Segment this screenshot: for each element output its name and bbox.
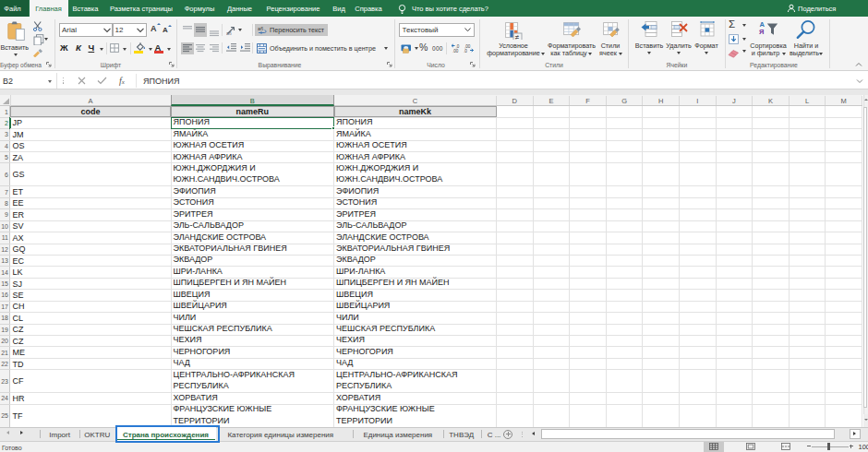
svg-text:≠: ≠ — [515, 33, 520, 40]
svg-text:аб: аб — [226, 30, 232, 35]
svg-text:аб: аб — [258, 26, 263, 31]
